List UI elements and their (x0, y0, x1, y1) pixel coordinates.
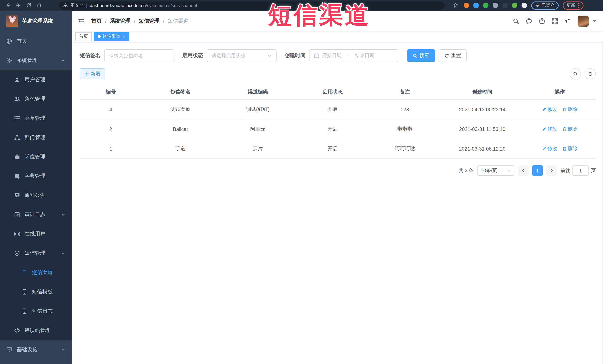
edit-row-button[interactable]: 修改 (542, 106, 557, 113)
sidebar-item-label: 菜单管理 (24, 115, 45, 122)
url-domain: dashboard.yudao.iocoder.cn (90, 3, 146, 8)
prev-page-button[interactable] (518, 165, 529, 176)
sidebar-item-角色管理[interactable]: 角色管理 (0, 89, 72, 109)
delete-icon (562, 146, 567, 151)
delete-row-button[interactable]: 删除 (562, 126, 577, 132)
extension-green-check-icon[interactable] (483, 3, 488, 8)
page-number-button[interactable]: 1 (532, 165, 543, 176)
online-icon (14, 231, 20, 237)
breadcrumb-separator: / (134, 18, 136, 24)
breadcrumb-item[interactable]: 系统管理 (110, 18, 131, 24)
tab-首页[interactable]: 首页 (75, 32, 92, 41)
extension-blue-pin-icon[interactable] (473, 3, 479, 8)
delete-icon (562, 127, 567, 131)
sidebar-item-通知公告[interactable]: 通知公告 (0, 186, 72, 205)
reset-button[interactable]: 重置 (439, 49, 467, 62)
tab-label: 短信渠道 (103, 33, 120, 40)
next-page-button[interactable] (546, 165, 557, 176)
fullscreen-icon[interactable] (552, 18, 558, 24)
monitor-icon (6, 347, 12, 353)
user-avatar[interactable] (578, 15, 589, 26)
sidebar-item-短信模板[interactable]: 短信模板 (0, 282, 72, 301)
cell-remark: 啦啦啦 (369, 119, 441, 139)
breadcrumb: 首页/系统管理/短信管理/短信渠道 (91, 18, 188, 24)
extension-dark-on-badge-icon[interactable] (502, 3, 508, 8)
reload-icon[interactable] (24, 1, 33, 10)
avatar-caret-down-icon[interactable] (593, 20, 596, 22)
briefcase-icon (14, 154, 20, 160)
back-icon[interactable] (4, 1, 12, 10)
cell-status: 开启 (297, 99, 369, 119)
sidebar-logo-row[interactable]: 芋道管理系统 (0, 11, 72, 32)
sidebar-item-字典管理[interactable]: 字典管理 (0, 166, 72, 186)
toggle-search-circle-button[interactable] (570, 68, 581, 79)
sidebar-item-审计日志[interactable]: 审计日志 (0, 205, 72, 224)
add-button[interactable]: 新增 (80, 68, 105, 79)
close-icon[interactable]: × (123, 34, 125, 39)
status-select[interactable]: 请选择启用状态 (207, 49, 277, 62)
sidebar-item-短信渠道[interactable]: 短信渠道 (0, 263, 72, 282)
phone-icon (22, 308, 27, 314)
extension-white-puzzle-icon[interactable] (522, 3, 527, 8)
scrollbar-track[interactable] (602, 11, 603, 364)
bookmark-star-icon[interactable] (451, 1, 460, 10)
sidebar-item-在线用户[interactable]: 在线用户 (0, 224, 72, 244)
goto-page-input[interactable] (572, 165, 589, 176)
delete-row-button[interactable]: 删除 (562, 106, 577, 113)
breadcrumb-item: 短信渠道 (168, 18, 188, 24)
sidebar-item-短信日志[interactable]: 短信日志 (0, 301, 72, 321)
font-size-icon[interactable] (565, 18, 571, 24)
sidebar-item-用户管理[interactable]: 用户管理 (0, 70, 72, 89)
refresh-circle-button[interactable] (585, 68, 596, 79)
column-header-备注: 备注 (369, 85, 441, 99)
profile-paused-pill[interactable]: 😀 已暂停 (531, 1, 558, 10)
help-icon[interactable] (539, 18, 545, 24)
cell-actions: 修改删除 (523, 99, 596, 119)
github-icon[interactable] (526, 18, 532, 24)
column-header-短信签名: 短信签名 (142, 85, 219, 99)
home-icon[interactable] (35, 1, 43, 10)
browser-menu-kebab-icon[interactable] (578, 3, 579, 8)
sidebar-item-短信管理[interactable]: 短信管理 (0, 244, 72, 263)
sidebar-item-基础设施[interactable]: 基础设施 (0, 340, 72, 359)
breadcrumb-item[interactable]: 短信管理 (139, 18, 160, 24)
sidebar-item-部门管理[interactable]: 部门管理 (0, 128, 72, 147)
tab-短信渠道[interactable]: 短信渠道× (94, 32, 129, 41)
home-icon (6, 38, 12, 44)
date-range-picker[interactable]: 开始日期 - 结束日期 (309, 49, 398, 62)
sidebar-item-错误码管理[interactable]: 错误码管理 (0, 321, 72, 340)
phone-icon (22, 289, 27, 295)
edit-row-button[interactable]: 修改 (542, 145, 557, 152)
sidebar-item-label: 短信模板 (32, 288, 53, 295)
edit-row-button[interactable]: 修改 (542, 126, 557, 132)
sidebar-item-label: 基础设施 (17, 346, 37, 353)
extension-orange-ring-icon[interactable] (464, 3, 469, 8)
search-button[interactable]: 搜索 (407, 49, 435, 62)
tree-icon (14, 135, 20, 141)
sidebar-item-首页[interactable]: 首页 (0, 32, 72, 51)
sidebar-item-岗位管理[interactable]: 岗位管理 (0, 147, 72, 166)
sidebar-item-label: 在线用户 (24, 231, 45, 237)
list-icon (14, 115, 20, 121)
page-size-select[interactable]: 10条/页 (477, 165, 514, 176)
edit-icon (542, 107, 546, 112)
cell-actions: 修改删除 (523, 119, 596, 139)
extension-gray-people-icon[interactable] (493, 3, 498, 8)
pagination-total: 共 3 条 (459, 167, 474, 174)
extension-green-sprout-icon[interactable] (512, 3, 517, 8)
sign-input[interactable] (109, 53, 169, 58)
chrome-update-button[interactable]: 更新 (563, 1, 583, 10)
address-bar[interactable]: 不安全 | dashboard.yudao.iocoder.cn/system/… (59, 1, 445, 10)
delete-row-button[interactable]: 删除 (562, 145, 577, 152)
forward-icon[interactable] (14, 1, 22, 10)
url-text: dashboard.yudao.iocoder.cn/system/sms/sm… (90, 3, 197, 8)
sidebar-item-label: 系统管理 (17, 57, 37, 64)
breadcrumb-item[interactable]: 首页 (91, 18, 102, 24)
sidebar-toggle-icon[interactable] (77, 17, 85, 25)
sidebar-item-菜单管理[interactable]: 菜单管理 (0, 109, 72, 128)
sidebar: 芋道管理系统 首页系统管理用户管理角色管理菜单管理部门管理岗位管理字典管理通知公… (0, 11, 72, 364)
users-icon (14, 96, 20, 102)
chevron-down-icon (268, 54, 272, 58)
sidebar-item-系统管理[interactable]: 系统管理 (0, 51, 72, 70)
search-icon[interactable] (513, 18, 519, 24)
